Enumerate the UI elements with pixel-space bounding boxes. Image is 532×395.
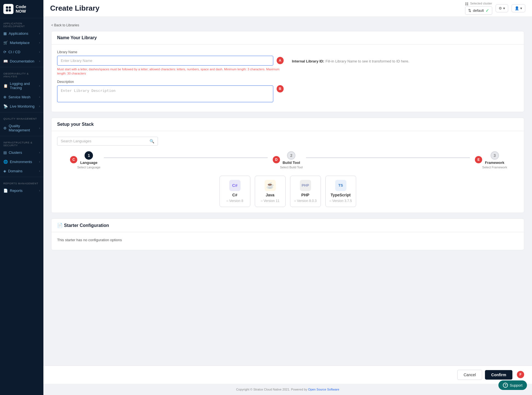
library-name-input[interactable] bbox=[57, 56, 273, 66]
gear-button[interactable]: ⚙ ▾ bbox=[496, 4, 508, 12]
svg-rect-7 bbox=[467, 4, 468, 5]
setup-stack-header: Setup your Stack bbox=[52, 118, 524, 131]
library-name-hint: Must start with a letter, dashes/spaces … bbox=[57, 67, 284, 76]
service-mesh-icon: ⊕ bbox=[3, 95, 6, 99]
sidebar-item-applications[interactable]: ▦ Applications › bbox=[0, 29, 43, 38]
sidebar-divider-2 bbox=[0, 112, 43, 112]
chevron-icon: › bbox=[39, 151, 40, 154]
main-content: Create Library Selected cluster ⇅ defaul… bbox=[43, 0, 532, 395]
starter-no-config-text: This starter has no configuration option… bbox=[57, 238, 518, 244]
sidebar-item-quality-management[interactable]: ⚙ Quality Management › bbox=[0, 121, 43, 135]
sidebar-item-logging[interactable]: 📋 Logging and Tracing › bbox=[0, 79, 43, 92]
logo-icon bbox=[3, 4, 13, 14]
chevron-icon: › bbox=[39, 96, 40, 99]
support-icon: ? bbox=[503, 383, 508, 388]
section-label-observability: OBSERVABILITY & ANALYSIS bbox=[0, 68, 43, 79]
internal-id-label: Internal Library ID: bbox=[292, 59, 325, 63]
cluster-check-icon: ✓ bbox=[486, 8, 489, 13]
csharp-radio: ○ Version 8 bbox=[226, 199, 243, 203]
step-1-sublabel: Select Language bbox=[77, 166, 101, 169]
badge-e: E bbox=[475, 156, 482, 163]
search-icon: 🔍 bbox=[150, 139, 154, 143]
typescript-icon: TS bbox=[338, 183, 343, 187]
support-button[interactable]: ? Support bbox=[498, 380, 527, 390]
svg-rect-0 bbox=[6, 6, 8, 9]
cancel-button[interactable]: Cancel bbox=[457, 370, 482, 380]
php-name: PHP bbox=[301, 193, 309, 197]
quality-icon: ⚙ bbox=[3, 126, 7, 130]
step-1-circle: 1 bbox=[85, 151, 93, 160]
selected-cluster-label: Selected cluster bbox=[465, 2, 492, 5]
step-1-label: Language bbox=[80, 161, 97, 165]
chevron-icon: › bbox=[39, 169, 40, 173]
back-link[interactable]: < Back to Libraries bbox=[51, 23, 79, 27]
starter-config-card: 📄 Starter Configuration This starter has… bbox=[51, 219, 524, 250]
lang-card-php[interactable]: PHP PHP ○ Version 8.0.3 bbox=[290, 176, 321, 207]
svg-rect-1 bbox=[9, 6, 11, 9]
sidebar-item-clusters[interactable]: ▤ Clusters › bbox=[0, 148, 43, 157]
chevron-icon: › bbox=[39, 41, 40, 44]
copyright: Copyright © Stratox Cloud Native 2021. P… bbox=[43, 384, 532, 395]
svg-rect-6 bbox=[465, 4, 466, 5]
step-3-label: Framework bbox=[485, 161, 504, 165]
step-framework: 3 Framework Select Framework bbox=[482, 151, 507, 169]
lang-card-csharp[interactable]: C# C# ○ Version 8 bbox=[220, 176, 250, 207]
sidebar-item-live-monitoring[interactable]: 📡 Live Monitoring › bbox=[0, 102, 43, 111]
sidebar-divider-4 bbox=[0, 177, 43, 177]
badge-d: D bbox=[273, 156, 280, 163]
java-name: Java bbox=[266, 193, 274, 197]
typescript-name: TypeScript bbox=[331, 193, 351, 197]
sidebar-item-marketplace[interactable]: 🛒 Marketplace › bbox=[0, 38, 43, 47]
lang-card-java[interactable]: ☕ Java ○ Version 11 bbox=[255, 176, 286, 207]
sidebar-item-domains[interactable]: ◈ Domains › bbox=[0, 166, 43, 176]
search-bar: 🔍 bbox=[57, 137, 158, 146]
sidebar-item-documentation[interactable]: 📖 Documentation › bbox=[0, 57, 43, 66]
clusters-icon: ▤ bbox=[3, 150, 7, 155]
internal-id-value: Fill-in Library Name to see it transform… bbox=[326, 59, 409, 63]
sidebar-item-environments[interactable]: 🌐 Environments › bbox=[0, 157, 43, 166]
cluster-arrows-icon: ⇅ bbox=[468, 8, 471, 13]
sidebar-item-cicd[interactable]: ⟳ CI / CD › bbox=[0, 47, 43, 57]
search-bar-container: 🔍 bbox=[57, 137, 518, 146]
cluster-section: Selected cluster ⇅ default ✓ bbox=[465, 2, 492, 15]
name-library-body: Library Name A Must start with a letter,… bbox=[52, 45, 524, 112]
page-title: Create Library bbox=[50, 4, 99, 13]
svg-rect-4 bbox=[465, 3, 466, 4]
step-2-label: Build Tool bbox=[283, 161, 300, 165]
svg-rect-5 bbox=[467, 3, 468, 4]
svg-rect-3 bbox=[9, 9, 11, 11]
logo: CodeNOW bbox=[0, 0, 43, 18]
java-radio: ○ Version 11 bbox=[261, 199, 279, 203]
cluster-selector[interactable]: ⇅ default ✓ bbox=[465, 6, 492, 15]
top-header: Create Library Selected cluster ⇅ defaul… bbox=[43, 0, 532, 17]
sidebar-divider-3 bbox=[0, 136, 43, 136]
environments-icon: 🌐 bbox=[3, 160, 8, 164]
sidebar-item-reports[interactable]: 📄 Reports › bbox=[0, 186, 43, 195]
footer-bar: Cancel Confirm F bbox=[43, 366, 532, 384]
confirm-button[interactable]: Confirm bbox=[485, 370, 512, 380]
marketplace-icon: 🛒 bbox=[3, 41, 8, 45]
open-source-link[interactable]: Open Source Software bbox=[308, 388, 339, 391]
lang-card-typescript[interactable]: TS TypeScript ○ Version 3.7.5 bbox=[325, 176, 356, 207]
name-library-card: Name Your Library Library Name A Must bbox=[51, 31, 524, 112]
sidebar-divider bbox=[0, 67, 43, 67]
applications-icon: ▦ bbox=[3, 31, 7, 36]
search-languages-input[interactable] bbox=[61, 139, 150, 143]
chevron-icon: › bbox=[39, 127, 40, 130]
setup-stack-body: 🔍 C 1 Language Select Language D bbox=[52, 131, 524, 213]
chevron-icon: › bbox=[39, 84, 40, 87]
typescript-radio: ○ Version 3.7.5 bbox=[329, 199, 352, 203]
description-textarea[interactable] bbox=[57, 85, 273, 102]
chevron-icon: › bbox=[39, 50, 40, 54]
chevron-icon: › bbox=[39, 60, 40, 63]
chevron-icon: › bbox=[39, 189, 40, 192]
reports-icon: 📄 bbox=[3, 189, 8, 193]
starter-config-header: 📄 Starter Configuration bbox=[52, 219, 524, 232]
sidebar-item-service-mesh[interactable]: ⊕ Service Mesh › bbox=[0, 92, 43, 102]
gear-icon: ⚙ bbox=[499, 6, 502, 10]
step-language: 1 Language Select Language bbox=[77, 151, 101, 169]
avatar-button[interactable]: 👤 ▾ bbox=[512, 4, 525, 12]
header-right: Selected cluster ⇅ default ✓ ⚙ ▾ 👤 ▾ bbox=[465, 2, 525, 15]
step-build-tool: 2 Build Tool Select Build Tool bbox=[280, 151, 303, 169]
step-line-2 bbox=[306, 157, 470, 158]
